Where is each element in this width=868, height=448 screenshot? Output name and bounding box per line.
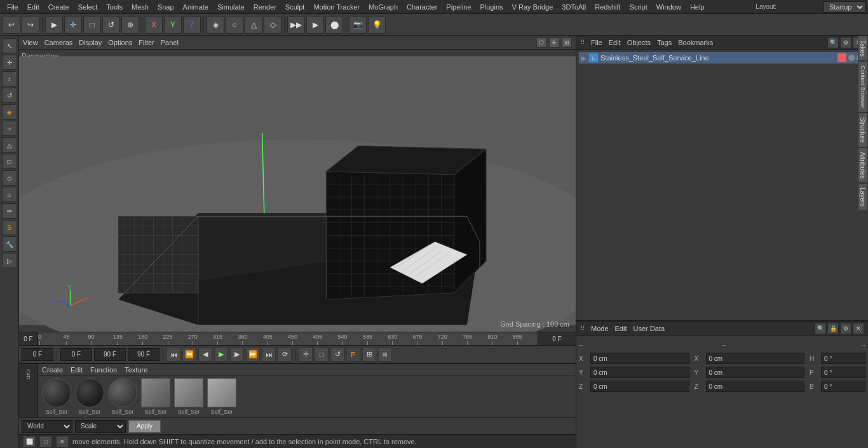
menu-render[interactable]: Render [249,2,281,12]
object-row[interactable]: ▶ L Stainless_Steel_Self_Service_Line [579,52,865,64]
menu-script[interactable]: Script [625,2,652,12]
camera-button[interactable]: 📷 [349,16,367,34]
tab-attributes[interactable]: Attributes [858,147,868,183]
status-icon-3[interactable]: ✕ [56,436,69,447]
obj-settings-icon[interactable]: ⚙ [840,37,851,48]
canvas-area[interactable]: Perspective [19,50,576,332]
attr-search-icon[interactable]: 🔍 [815,323,826,334]
attr-settings-icon[interactable]: ⚙ [840,323,851,334]
pb-move-btn[interactable]: ✛ [299,348,313,362]
select-tool-button[interactable]: ▶ [45,16,63,34]
obj-menu-bookmarks[interactable]: Bookmarks [678,39,713,46]
menu-plugins[interactable]: Plugins [475,2,507,12]
menu-snap[interactable]: Snap [153,2,179,12]
mat-menu-edit[interactable]: Edit [71,366,83,374]
pb-loop-button[interactable]: ⟳ [278,348,292,362]
attr-lock-icon[interactable]: 🔒 [827,323,839,334]
obj-menu-objects[interactable]: Objects [627,39,651,46]
pb-grid-btn[interactable]: ⊞ [362,348,376,362]
scale-select[interactable]: Scale [75,420,126,433]
material-item-1[interactable]: Self_Ser [42,378,71,415]
current-frame-input[interactable] [22,348,53,361]
material-item-3[interactable]: Self_Ser [108,378,137,415]
transform-button[interactable]: ⊕ [121,16,139,34]
lt-wrench-button[interactable]: 🔧 [2,236,17,252]
obj-menu-edit[interactable]: Edit [609,39,621,46]
obj-menu-tags[interactable]: Tags [657,39,672,46]
lt-play-button[interactable]: ▷ [2,253,17,268]
pb-extra-btn[interactable]: ▤ [378,348,392,362]
material-item-4[interactable]: Self_Ser [141,378,170,415]
menu-redshift[interactable]: Redshift [590,2,625,12]
attr-menu-user-data[interactable]: User Data [634,325,665,332]
attr-z-rot-input[interactable] [706,381,805,392]
material-item-6[interactable]: Self_Ser [207,378,236,415]
attr-x-pos-input[interactable] [590,353,689,364]
menu-mograph[interactable]: MoGraph [364,2,402,12]
mat-menu-create[interactable]: Create [42,366,63,374]
pb-prev-button[interactable]: ⏪ [182,348,196,362]
render-active-button[interactable]: ▶ [306,16,324,34]
menu-sculpt[interactable]: Sculpt [281,2,309,12]
vp-menu-filter[interactable]: Filter [139,39,154,46]
attr-p-input[interactable] [821,367,865,378]
mat-menu-function[interactable]: Function [90,366,117,374]
cube-button[interactable]: ◈ [207,16,224,34]
lt-s-button[interactable]: S [2,220,17,235]
lt-select-button[interactable]: ↖ [2,38,17,53]
pb-param-btn[interactable]: P [346,348,360,362]
obj-search-icon[interactable]: 🔍 [827,37,839,48]
apply-button[interactable]: Apply [128,420,161,433]
menu-pipeline[interactable]: Pipeline [442,2,475,12]
menu-create[interactable]: Create [44,2,74,12]
sphere-button[interactable]: ○ [226,16,243,34]
lt-rotate-button[interactable]: ↺ [2,88,17,103]
menu-3dtoall[interactable]: 3DToAll [557,2,590,12]
start-frame-input[interactable] [60,348,92,361]
pb-scale-btn[interactable]: □ [315,348,329,362]
vp-menu-display[interactable]: Display [79,39,102,46]
attr-z-pos-input[interactable] [590,381,689,392]
material-item-2[interactable]: Self_Ser [75,378,104,415]
pb-next-button[interactable]: ⏩ [246,348,260,362]
lt-box-button[interactable]: □ [2,154,17,169]
menu-simulate[interactable]: Simulate [213,2,249,12]
vp-menu-panel[interactable]: Panel [161,39,179,46]
x-axis-button[interactable]: X [145,16,163,34]
pb-first-button[interactable]: ⏮ [166,348,180,362]
menu-file[interactable]: File [3,2,23,12]
menu-select[interactable]: Select [74,2,102,12]
lt-home-button[interactable]: ⌂ [2,187,17,202]
y-axis-button[interactable]: Y [164,16,182,34]
attr-h-input[interactable] [821,353,865,364]
lt-triangle-button[interactable]: △ [2,137,17,153]
vp-menu-cameras[interactable]: Cameras [44,39,73,46]
status-icon-1[interactable]: ⬜ [23,436,36,447]
tab-layers[interactable]: Layers [858,183,868,211]
menu-vray[interactable]: V-Ray Bridge [508,2,558,12]
vp-icon-3[interactable]: ⊞ [562,37,572,48]
z-axis-button[interactable]: Z [183,16,201,34]
attr-menu-mode[interactable]: Mode [591,325,609,332]
object-visibility-dot[interactable] [848,55,855,61]
attr-b-input[interactable] [821,381,865,392]
pb-rotate-btn[interactable]: ↺ [330,348,344,362]
attr-menu-edit[interactable]: Edit [615,325,627,332]
pb-play-button[interactable]: ▶ [214,348,228,362]
world-select[interactable]: World [22,420,72,433]
timeline-ruler[interactable]: 0459013518022527031536040545049554058563… [38,332,538,345]
menu-animate[interactable]: Animate [179,2,213,12]
nurbs-button[interactable]: ◇ [264,16,281,34]
tab-content-browser[interactable]: Content Browser [858,61,868,112]
end-frame-input[interactable] [128,348,159,361]
redo-button[interactable]: ↪ [22,16,39,34]
tab-structure[interactable]: Structure [858,112,868,147]
vp-icon-2[interactable]: ✛ [549,37,559,48]
interactive-render-button[interactable]: ⬤ [325,16,343,34]
lt-scale-button[interactable]: ↕ [2,71,17,86]
pb-last-button[interactable]: ⏭ [262,348,276,362]
lt-move-button[interactable]: ✛ [2,55,17,70]
menu-tools[interactable]: Tools [102,2,127,12]
attr-x-rot-input[interactable] [706,353,805,364]
undo-button[interactable]: ↩ [3,16,20,34]
